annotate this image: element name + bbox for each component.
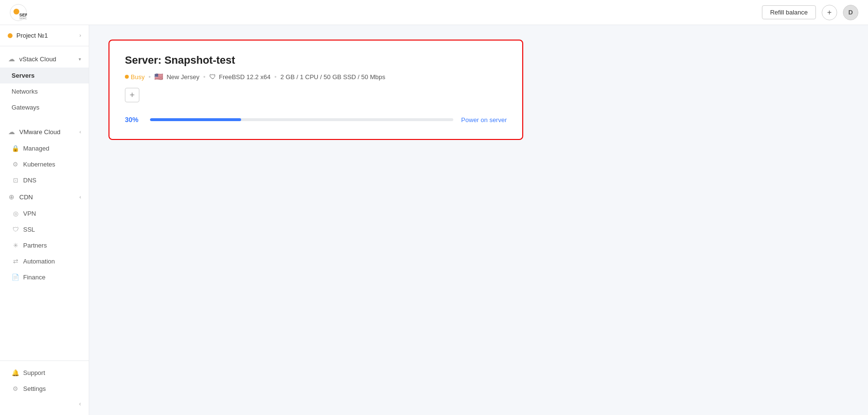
sidebar-item-servers[interactable]: Servers — [0, 68, 89, 83]
project-dot — [8, 33, 13, 38]
location-flag: 🇺🇸 — [154, 72, 163, 81]
partners-label: Partners — [23, 242, 47, 249]
progress-bar — [150, 118, 453, 121]
finance-label: Finance — [23, 274, 45, 281]
main-layout: Project №1 › ☁ vStack Cloud ▾ Servers Ne… — [0, 25, 868, 415]
dns-icon: ⊡ — [12, 177, 19, 184]
server-specs: 2 GB / 1 CPU / 50 GB SSD / 50 Mbps — [280, 73, 385, 81]
vmware-label: VMware Cloud — [19, 128, 60, 136]
sep1: • — [149, 73, 151, 81]
vstack-left: ☁ vStack Cloud — [8, 55, 56, 63]
settings-icon: ⚙ — [12, 385, 19, 392]
svg-text:SPACE: SPACE — [19, 17, 27, 20]
sidebar-item-servers-label: Servers — [12, 72, 35, 79]
logo-icon: SERVER SPACE — [10, 4, 27, 21]
server-location: New Jersey — [166, 73, 199, 81]
vstack-label: vStack Cloud — [19, 55, 56, 63]
cdn-left: ⊕ CDN — [8, 193, 33, 201]
managed-icon: 🔒 — [12, 145, 19, 152]
sidebar: Project №1 › ☁ vStack Cloud ▾ Servers Ne… — [0, 25, 89, 415]
kubernetes-icon: ⚙ — [12, 161, 19, 168]
sep3: • — [274, 73, 277, 81]
sidebar-item-gateways[interactable]: Gateways — [0, 99, 89, 115]
managed-label: Managed — [23, 145, 49, 152]
add-item-button[interactable]: + — [125, 88, 139, 102]
dns-label: DNS — [23, 177, 36, 184]
vstack-cloud-group[interactable]: ☁ vStack Cloud ▾ — [0, 50, 89, 68]
finance-icon: 📄 — [12, 274, 19, 281]
sidebar-section-other: ☁ VMware Cloud ‹ 🔒 Managed ⚙ Kubernetes … — [0, 119, 89, 289]
avatar[interactable]: D — [843, 5, 858, 20]
refill-balance-button[interactable]: Refill balance — [762, 5, 816, 19]
power-on-server-link[interactable]: Power on server — [461, 116, 507, 124]
support-label: Support — [23, 369, 45, 376]
vmware-chevron-icon: ‹ — [80, 129, 81, 135]
progress-section: 30% Power on server — [125, 116, 507, 124]
sidebar-item-gateways-label: Gateways — [12, 104, 40, 111]
sidebar-item-dns[interactable]: ⊡ DNS — [0, 172, 89, 188]
sidebar-item-ssl[interactable]: 🛡 SSL — [0, 221, 89, 237]
sep2: • — [203, 73, 205, 81]
sidebar-item-networks-label: Networks — [12, 88, 38, 95]
sidebar-collapse-button[interactable]: ‹ — [0, 397, 89, 411]
main-content: Server: Snapshot-test Busy • 🇺🇸 New Jers… — [89, 25, 868, 415]
automation-icon: ⇄ — [12, 258, 19, 265]
partners-icon: ✳ — [12, 242, 19, 249]
server-os: FreeBSD 12.2 x64 — [219, 73, 271, 81]
sidebar-item-settings[interactable]: ⚙ Settings — [0, 381, 89, 397]
status-dot — [125, 75, 129, 79]
sidebar-section-cloud: ☁ vStack Cloud ▾ Servers Networks Gatewa… — [0, 46, 89, 119]
vpn-icon: ◎ — [12, 210, 19, 217]
logo: SERVER SPACE — [10, 4, 27, 21]
sidebar-item-managed[interactable]: 🔒 Managed — [0, 140, 89, 156]
sidebar-bottom: 🔔 Support ⚙ Settings ‹ — [0, 360, 89, 415]
sidebar-item-support[interactable]: 🔔 Support — [0, 365, 89, 381]
sidebar-item-vpn[interactable]: ◎ VPN — [0, 206, 89, 221]
status-label: Busy — [131, 73, 145, 81]
project-selector[interactable]: Project №1 › — [0, 25, 89, 46]
header-right: Refill balance + D — [762, 5, 858, 20]
cdn-icon: ⊕ — [8, 193, 15, 201]
project-left: Project №1 — [8, 32, 48, 39]
cdn-chevron-icon: ‹ — [80, 194, 81, 200]
sidebar-item-kubernetes[interactable]: ⚙ Kubernetes — [0, 156, 89, 172]
vmware-icon: ☁ — [8, 128, 15, 136]
os-icon: 🛡 — [209, 73, 216, 81]
vpn-label: VPN — [23, 210, 36, 217]
server-status: Busy — [125, 73, 145, 81]
cloud-icon: ☁ — [8, 55, 15, 63]
server-meta: Busy • 🇺🇸 New Jersey • 🛡 FreeBSD 12.2 x6… — [125, 72, 507, 81]
chevron-down-icon: ▾ — [79, 56, 81, 62]
progress-percent: 30% — [125, 116, 142, 124]
top-header: SERVER SPACE Refill balance + D — [0, 0, 868, 25]
sidebar-item-networks[interactable]: Networks — [0, 83, 89, 99]
add-button[interactable]: + — [822, 5, 837, 20]
sidebar-item-cdn[interactable]: ⊕ CDN ‹ — [0, 188, 89, 206]
kubernetes-label: Kubernetes — [23, 161, 55, 168]
sidebar-item-automation[interactable]: ⇄ Automation — [0, 253, 89, 269]
sidebar-item-partners[interactable]: ✳ Partners — [0, 237, 89, 253]
progress-bar-fill — [150, 118, 241, 121]
chevron-right-icon: › — [80, 33, 81, 38]
server-card: Server: Snapshot-test Busy • 🇺🇸 New Jers… — [108, 40, 523, 140]
ssl-label: SSL — [23, 226, 35, 233]
sidebar-item-vmware[interactable]: ☁ VMware Cloud ‹ — [0, 123, 89, 140]
settings-label: Settings — [23, 385, 46, 392]
cdn-label: CDN — [19, 194, 33, 201]
collapse-icon: ‹ — [79, 401, 81, 407]
sidebar-item-finance[interactable]: 📄 Finance — [0, 269, 89, 285]
vmware-left: ☁ VMware Cloud — [8, 128, 60, 136]
automation-label: Automation — [23, 258, 55, 265]
support-icon: 🔔 — [12, 369, 19, 376]
server-title: Server: Snapshot-test — [125, 54, 507, 67]
ssl-icon: 🛡 — [12, 226, 19, 233]
project-label: Project №1 — [16, 32, 48, 39]
svg-point-1 — [14, 9, 19, 14]
